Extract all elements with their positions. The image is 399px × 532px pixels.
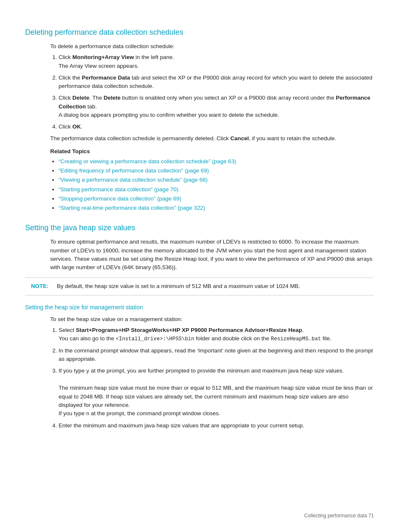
step-1-3-bold2: Delete	[104, 95, 121, 101]
related-topic-1-link[interactable]: “Creating or viewing a performance data …	[59, 158, 236, 164]
step-1-3-sub: A dialog box appears prompting you to co…	[59, 112, 279, 118]
sub-step-1-code2: ResizeHeapMS.bat	[271, 336, 321, 342]
related-topic-1: “Creating or viewing a performance data …	[59, 157, 374, 166]
related-topic-4: “Starting performance data collection” (…	[59, 185, 374, 194]
step-1-2: Click the Performance Data tab and selec…	[59, 74, 374, 91]
related-topic-5: “Stopping performance data collection” (…	[59, 195, 374, 203]
sub-step-1-sub: You can also go to the <Install_drive>:\…	[59, 335, 331, 342]
section2-intro: To ensure optimal performance and result…	[50, 238, 374, 272]
related-topic-3: “Viewing a performance data collection s…	[59, 176, 374, 184]
step-1-3-bold1: Delete	[72, 95, 90, 101]
sub-step-3-sub2: If you type n at the prompt, the command…	[59, 410, 220, 416]
step-1-4: Click OK.	[59, 123, 374, 131]
section1-closing: The performance data collection schedule…	[50, 134, 374, 143]
related-topics-label: Related Topics	[50, 147, 374, 156]
subsection-title: Setting the heap size for management sta…	[25, 303, 374, 312]
sub-step-3-sub1: The minimum heap size value must be more…	[59, 385, 373, 408]
sub-step-4: Enter the minimum and maximum java heap …	[59, 421, 374, 430]
sub-step-1: Select Start+Programs+HP StorageWorks+HP…	[59, 326, 374, 343]
step-1-1: Click Monitoring+Array View in the left …	[59, 53, 374, 70]
related-topic-6-link[interactable]: “Starting real-time performance data col…	[59, 205, 205, 211]
related-topics-list: “Creating or viewing a performance data …	[50, 157, 374, 213]
sub-step-3-code2: n	[86, 411, 90, 417]
related-topic-3-link[interactable]: “Viewing a performance data collection s…	[59, 177, 207, 183]
step-1-1-sub: The Array View screen appears.	[59, 63, 139, 69]
section1-intro: To delete a performance data collection …	[50, 42, 374, 51]
related-topic-2-link[interactable]: “Editing frequency of performance data c…	[59, 167, 209, 174]
related-topic-4-link[interactable]: “Starting performance data collection” (…	[59, 186, 179, 193]
step-1-3: Click Delete. The Delete button is enabl…	[59, 94, 374, 119]
cancel-bold: Cancel	[230, 135, 249, 141]
step-1-2-bold: Performance Data	[82, 75, 130, 81]
section1-steps: Click Monitoring+Array View in the left …	[50, 53, 374, 131]
sub-step-3: If you type y at the prompt, you are fur…	[59, 367, 374, 418]
related-topic-2: “Editing frequency of performance data c…	[59, 167, 374, 175]
note-box: NOTE: By default, the heap size value is…	[25, 278, 374, 295]
note-label: NOTE:	[31, 282, 53, 290]
step-1-1-bold: Monitoring+Array View	[72, 54, 134, 60]
subsection-steps: Select Start+Programs+HP StorageWorks+HP…	[50, 326, 374, 430]
section2-title: Setting the java heap size values	[25, 222, 374, 234]
section1-title: Deleting performance data collection sch…	[25, 27, 374, 38]
subsection-intro: To set the heap size value on a manageme…	[50, 315, 374, 324]
sub-step-1-bold: Start+Programs+HP StorageWorks+HP XP P90…	[76, 327, 302, 333]
related-topic-5-link[interactable]: “Stopping performance data collection” (…	[59, 195, 181, 202]
step-1-4-bold: OK	[72, 123, 81, 130]
note-text: By default, the heap size value is set t…	[57, 282, 300, 290]
related-topic-6: “Starting real-time performance data col…	[59, 204, 374, 212]
sub-step-3-code1: y	[86, 368, 90, 374]
sub-step-2: In the command prompt window that appear…	[59, 347, 374, 364]
sub-step-1-code1: <Install_drive>:\HPSS\bin	[116, 336, 194, 342]
